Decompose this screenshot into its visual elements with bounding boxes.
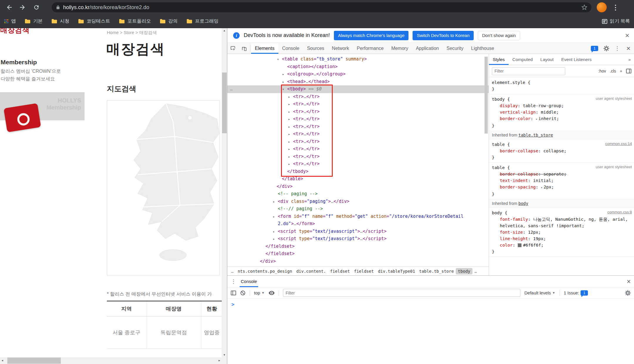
styles-tab-computed[interactable]: Computed — [509, 54, 537, 65]
inherited-target-link[interactable]: table.tb_store — [518, 133, 553, 137]
disclosure-arrow-icon[interactable]: ▸ — [288, 123, 293, 131]
devtools-tab-lighthouse[interactable]: Lighthouse — [467, 43, 498, 54]
dom-tree-row[interactable]: ▾<table class="tb_store" summary> — [227, 55, 489, 63]
dom-tree-row[interactable]: 2.do">…</form> — [227, 220, 489, 228]
profile-avatar[interactable] — [597, 2, 607, 12]
forward-button[interactable] — [16, 1, 28, 13]
bookmark-folder[interactable]: 기본 — [25, 18, 43, 24]
bookmark-folder[interactable]: 강의 — [160, 18, 178, 24]
chrome-menu-button[interactable] — [614, 4, 617, 12]
inherited-target-link[interactable]: body — [518, 201, 528, 206]
css-property[interactable]: border-color: ▸inherit; — [492, 115, 631, 122]
bookmark-star-button[interactable] — [581, 4, 587, 10]
css-property[interactable]: display: table-row-group; — [492, 102, 631, 109]
bookmark-folder[interactable]: 프로그래밍 — [186, 18, 218, 24]
scroll-right-arrow[interactable]: ► — [217, 357, 222, 364]
devtools-tab-application[interactable]: Application — [412, 43, 443, 54]
elements-breadcrumb-item[interactable]: … — [472, 268, 479, 274]
css-selector[interactable]: table — [492, 142, 505, 147]
horizontal-scroll-thumb[interactable] — [7, 358, 61, 364]
disclosure-arrow-icon[interactable]: ▸ — [288, 116, 293, 123]
dom-tree-row[interactable]: </fieldset> — [227, 243, 489, 250]
computed-sidebar-icon[interactable] — [626, 69, 631, 73]
css-property[interactable]: vertical-align: middle; — [492, 109, 631, 115]
dom-tree-row[interactable]: ▸<tr>…</tr> — [227, 153, 489, 161]
stylesheet-link[interactable]: common.css:14 — [605, 141, 632, 146]
map-marker[interactable] — [188, 116, 192, 120]
log-levels-selector[interactable]: Default levels▼ — [524, 290, 555, 295]
dom-tree-row[interactable]: <!--// paging --> — [227, 205, 489, 213]
dom-tree-row[interactable]: </table> — [227, 175, 489, 183]
css-selector[interactable]: element.style — [492, 80, 525, 85]
elements-breadcrumb-item[interactable]: … — [229, 268, 236, 274]
css-rule[interactable]: table {user agent stylesheetborder-colla… — [489, 163, 634, 199]
dom-tree-row[interactable]: …▾<tbody> == $0 — [227, 85, 489, 93]
settings-gear-button[interactable] — [603, 45, 609, 51]
expand-arrow-icon[interactable]: ▸ — [536, 117, 538, 121]
dom-tree-row[interactable]: ▸<tr>…</tr> — [227, 138, 489, 146]
dom-tree-row[interactable]: ▸<form id="f" name="f" method="get" acti… — [227, 213, 489, 220]
elements-breadcrumb-item[interactable]: tbody — [456, 268, 472, 274]
elements-breadcrumb-item[interactable]: div.content. — [294, 268, 328, 274]
tree-scrollbar-thumb[interactable] — [485, 57, 488, 134]
disclosure-arrow-icon[interactable]: ▸ — [288, 146, 293, 153]
context-selector[interactable]: top▼ — [254, 290, 265, 295]
css-rule[interactable]: tbody {user agent stylesheetdisplay: tab… — [489, 94, 634, 131]
stylesheet-link[interactable]: common.css:8 — [607, 210, 632, 214]
scroll-down-arrow[interactable]: ▼ — [222, 353, 227, 357]
dom-tree-row[interactable]: ▸<script type="text/javascript">…</scrip… — [227, 228, 489, 235]
issues-link[interactable]: 1 Issue:1 — [564, 290, 588, 296]
devtools-tab-console[interactable]: Console — [278, 43, 303, 54]
live-expression-button[interactable] — [269, 291, 275, 295]
console-sidebar-button[interactable] — [231, 291, 236, 295]
css-selector[interactable]: body — [492, 210, 502, 215]
css-property[interactable]: text-indent: initial; — [492, 177, 631, 184]
dom-tree-row[interactable]: ▸<tr>…</tr> — [227, 100, 489, 108]
dom-tree-row[interactable]: ▸<tr>…</tr> — [227, 160, 489, 168]
css-property[interactable]: line-height: 19px; — [492, 235, 631, 242]
drawer-menu-button[interactable]: ⋮ — [231, 278, 237, 285]
devtools-menu-button[interactable]: ⋮ — [615, 45, 621, 52]
infobar-close-icon[interactable]: × — [625, 32, 629, 39]
disclosure-arrow-icon[interactable]: ▸ — [288, 131, 293, 138]
console-filter-input[interactable] — [283, 289, 520, 297]
back-button[interactable] — [4, 1, 15, 13]
css-rule[interactable]: body {common.css:8font-family: 나눔고딕, Nan… — [489, 208, 634, 257]
disclosure-arrow-icon[interactable]: ▸ — [282, 78, 287, 86]
devtools-tab-performance[interactable]: Performance — [353, 43, 388, 54]
more-tabs-icon[interactable]: » — [628, 57, 634, 62]
dom-tree-row[interactable]: ▸<tr>…</tr> — [227, 115, 489, 123]
device-toolbar-button[interactable] — [238, 43, 250, 54]
clear-console-button[interactable] — [240, 290, 245, 296]
css-rule[interactable]: table {common.css:14border-collapse: col… — [489, 139, 634, 163]
css-property[interactable]: font-size: 12px; — [492, 229, 631, 235]
elements-breadcrumb-item[interactable]: div.tableType01 — [376, 268, 417, 274]
dom-tree-row[interactable]: ▸<tr>…</tr> — [227, 123, 489, 131]
disclosure-arrow-icon[interactable]: ▸ — [273, 228, 278, 236]
devtools-close-icon[interactable]: × — [626, 45, 630, 52]
disclosure-arrow-icon[interactable]: ▸ — [282, 71, 287, 78]
bookmark-folder[interactable]: 시청 — [51, 18, 69, 24]
devtools-tab-network[interactable]: Network — [328, 43, 353, 54]
page-vertical-scrollbar[interactable]: ▲ ▼ — [222, 28, 227, 357]
expand-arrow-icon[interactable]: ▸ — [541, 186, 543, 189]
dom-tree-row[interactable]: ▸<tr>…</tr> — [227, 108, 489, 116]
switch-korean-button[interactable]: Switch DevTools to Korean — [413, 31, 473, 40]
disclosure-arrow-icon[interactable]: ▸ — [288, 153, 293, 161]
styles-tab-styles[interactable]: Styles — [489, 54, 509, 65]
dom-tree-row[interactable]: ▸<script type="text/javascript">…</scrip… — [227, 235, 489, 243]
dom-tree-row[interactable]: ▸<tr>…</tr> — [227, 93, 489, 101]
address-bar[interactable]: hollys.co.kr/store/korea/korStore2.do — [52, 2, 591, 12]
elements-breadcrumb-item[interactable]: nts.contents.po_design — [236, 268, 294, 274]
dom-tree-row[interactable]: </tbody> — [227, 168, 489, 176]
disclosure-arrow-icon[interactable]: ▸ — [288, 138, 293, 146]
dom-tree-row[interactable]: <!-- paging --> — [227, 190, 489, 198]
css-rule[interactable]: element.style {} — [489, 77, 634, 94]
disclosure-arrow-icon[interactable]: ▸ — [288, 93, 293, 101]
disclosure-arrow-icon[interactable]: ▾ — [282, 86, 287, 93]
css-property[interactable]: font-family: 나눔고딕, NanumGothic, ng, 돋움, … — [492, 216, 631, 229]
class-toggle[interactable]: .cls — [610, 69, 616, 73]
dont-show-again-button[interactable]: Don't show again — [478, 31, 520, 40]
devtools-tab-security[interactable]: Security — [443, 43, 467, 54]
disclosure-arrow-icon[interactable]: ▸ — [288, 101, 293, 108]
